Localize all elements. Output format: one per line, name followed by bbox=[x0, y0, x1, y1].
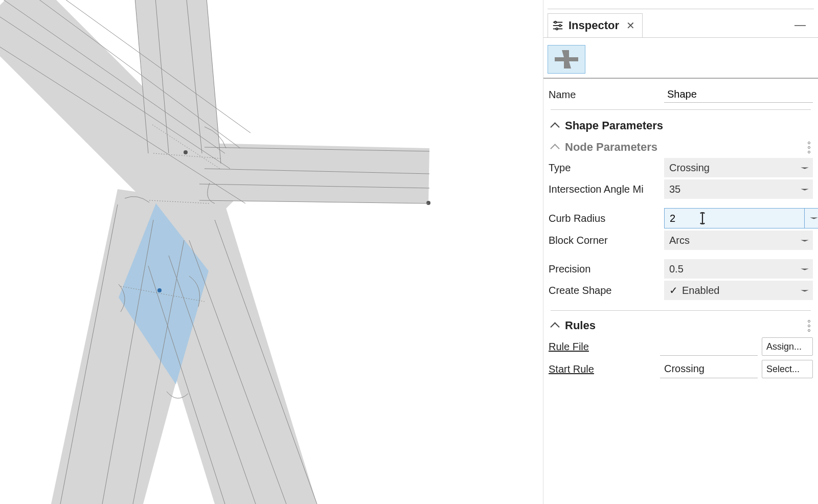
thumbnail-row bbox=[543, 37, 818, 79]
create-shape-dropdown[interactable]: Enabled bbox=[664, 281, 813, 300]
svg-point-35 bbox=[559, 25, 561, 27]
minimize-icon[interactable] bbox=[794, 25, 806, 26]
start-rule-label[interactable]: Start Rule bbox=[549, 363, 656, 375]
svg-point-6 bbox=[184, 150, 188, 154]
more-icon[interactable] bbox=[808, 320, 811, 332]
svg-point-7 bbox=[426, 201, 430, 205]
svg-point-37 bbox=[556, 28, 558, 30]
close-icon[interactable]: ✕ bbox=[626, 19, 635, 32]
curb-radius-dropdown[interactable] bbox=[804, 209, 818, 228]
rule-file-field[interactable] bbox=[660, 337, 758, 356]
selection-thumbnail[interactable] bbox=[548, 45, 585, 74]
create-shape-label: Create Shape bbox=[549, 285, 664, 296]
precision-dropdown[interactable]: 0.5 bbox=[664, 259, 813, 279]
chevron-up-icon bbox=[551, 122, 559, 130]
rule-file-label[interactable]: Rule File bbox=[549, 341, 656, 353]
curb-radius-input[interactable] bbox=[664, 208, 818, 228]
tab-bar: Inspector ✕ bbox=[543, 9, 818, 37]
name-label: Name bbox=[549, 89, 664, 101]
section-rules[interactable]: Rules bbox=[549, 314, 813, 335]
type-dropdown[interactable]: Crossing bbox=[664, 158, 813, 177]
chevron-down-icon bbox=[801, 167, 809, 169]
chevron-down-icon bbox=[801, 290, 809, 291]
name-input[interactable] bbox=[664, 86, 813, 103]
name-row: Name bbox=[549, 84, 813, 105]
viewport-3d[interactable] bbox=[0, 0, 543, 504]
tab-title: Inspector bbox=[569, 19, 619, 32]
chevron-down-icon bbox=[801, 268, 809, 270]
sliders-icon bbox=[552, 20, 563, 31]
tab-inspector[interactable]: Inspector ✕ bbox=[548, 13, 643, 37]
inspector-panel: Inspector ✕ Name Shape Parameters bbox=[543, 0, 818, 504]
chevron-up-icon bbox=[551, 143, 559, 151]
type-label: Type bbox=[549, 162, 664, 174]
more-icon[interactable] bbox=[808, 142, 811, 153]
block-corner-dropdown[interactable]: Arcs bbox=[664, 231, 813, 250]
chevron-down-icon bbox=[801, 240, 809, 241]
chevron-down-icon bbox=[801, 189, 809, 190]
svg-point-33 bbox=[555, 21, 557, 24]
curb-radius-label: Curb Radius bbox=[549, 213, 664, 224]
select-button[interactable]: Select... bbox=[762, 360, 813, 378]
block-corner-label: Block Corner bbox=[549, 235, 664, 246]
section-node-parameters[interactable]: Node Parameters bbox=[549, 135, 813, 157]
angle-label: Intersection Angle Mi bbox=[549, 184, 664, 195]
chevron-down-icon bbox=[810, 217, 818, 219]
svg-marker-38 bbox=[555, 50, 578, 68]
section-shape-parameters[interactable]: Shape Parameters bbox=[549, 114, 813, 135]
svg-point-5 bbox=[157, 288, 162, 292]
start-rule-field[interactable]: Crossing bbox=[660, 360, 758, 378]
angle-dropdown[interactable]: 35 bbox=[664, 179, 813, 199]
precision-label: Precision bbox=[549, 263, 664, 275]
chevron-up-icon bbox=[551, 322, 559, 330]
svg-marker-2 bbox=[194, 143, 429, 203]
assign-button[interactable]: Assign... bbox=[762, 337, 813, 356]
